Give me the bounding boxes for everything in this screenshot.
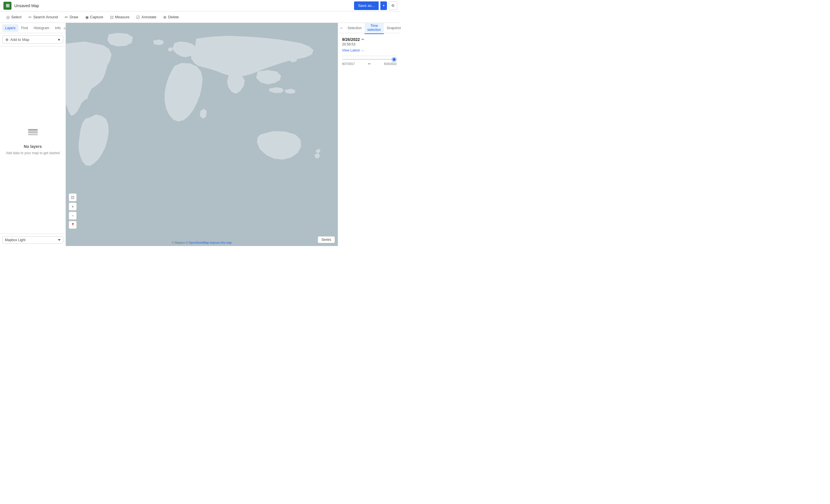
expand-right-button[interactable]: » (338, 26, 345, 30)
time-selection-time: 20:59:53 (342, 42, 397, 46)
fit-icon: ⊡ (71, 195, 74, 200)
select-label: Select (11, 15, 22, 19)
main-area: Layers Find Histogram Info « ⊕ Add to Ma… (0, 23, 401, 246)
measure-label: Measure (115, 15, 130, 19)
layers-stack-icon (26, 125, 40, 142)
time-selection-divider (342, 56, 397, 56)
panel-tabs: Layers Find Histogram Info « (0, 23, 66, 33)
search-around-icon: ✂ (28, 15, 32, 20)
zoom-out-button[interactable]: − (69, 212, 77, 220)
collapse-panel-button[interactable]: « (64, 26, 66, 30)
add-to-map-button-left: ⊕ Add to Map (5, 37, 30, 42)
annotate-icon: ☑ (136, 15, 140, 20)
toolbar: ◎ Select ✂ Search Around ✏ Draw ◉ Captur… (0, 11, 401, 23)
time-range-start: 9/27/2017 (342, 62, 355, 66)
time-slider-track[interactable] (343, 59, 396, 60)
delete-button[interactable]: ⊗ Delete (160, 13, 182, 21)
time-slider-row[interactable] (342, 59, 397, 60)
basemap-selector: Mapbox Light Mapbox Dark Mapbox Streets … (0, 234, 66, 246)
map-controls: ⊡ + − 📍 (69, 193, 77, 229)
time-slider-thumb[interactable] (392, 58, 396, 62)
header-left: ⊞ Unsaved Map (3, 2, 39, 10)
map-attribution: © Mapbox © OpenStreetMap Improve this ma… (172, 241, 232, 244)
add-to-map-label: Add to Map (10, 37, 30, 42)
basemap-select[interactable]: Mapbox Light Mapbox Dark Mapbox Streets … (2, 236, 63, 244)
measure-button[interactable]: ⊡ Measure (107, 13, 133, 21)
tab-layers[interactable]: Layers (2, 24, 18, 32)
add-to-map-plus-icon: ⊕ (5, 37, 8, 42)
tab-histogram[interactable]: Histogram (31, 24, 52, 32)
settings-button[interactable]: ⚙ (389, 1, 397, 10)
pin-button[interactable]: 📍 (69, 221, 77, 229)
tab-time-selection[interactable]: Time selection (364, 22, 384, 34)
right-panel: » Selection Time selection Snapshots 9/2… (338, 23, 401, 246)
capture-button[interactable]: ◉ Capture (82, 13, 107, 21)
measure-icon: ⊡ (110, 15, 114, 20)
osm-credit-link[interactable]: © OpenStreetMap (186, 241, 209, 244)
series-button[interactable]: Series (318, 236, 335, 243)
delete-label: Delete (168, 15, 179, 19)
app-header: ⊞ Unsaved Map Save as... ▾ ⚙ (0, 0, 401, 11)
draw-icon: ✏ (65, 15, 68, 20)
delete-icon: ⊗ (163, 15, 166, 20)
save-button[interactable]: Save as... (354, 1, 379, 10)
search-around-button[interactable]: ✂ Search Around (25, 13, 61, 21)
zoom-in-button[interactable]: + (69, 203, 77, 210)
logo-symbol: ⊞ (6, 3, 9, 8)
map-title: Unsaved Map (14, 3, 39, 8)
select-icon: ◎ (6, 15, 10, 20)
svg-rect-0 (28, 134, 38, 135)
time-range-end: 9/26/2022 (384, 62, 397, 66)
annotate-label: Annotate (141, 15, 156, 19)
header-right: Save as... ▾ ⚙ (354, 1, 397, 10)
date-edit-icon[interactable]: ✏ (361, 37, 364, 41)
tab-selection[interactable]: Selection (345, 24, 364, 32)
app-logo: ⊞ (3, 2, 11, 10)
no-layers-title: No layers (24, 144, 42, 149)
zoom-out-icon: − (71, 213, 74, 218)
world-map (66, 23, 338, 246)
annotate-button[interactable]: ☑ Annotate (133, 13, 160, 21)
mapbox-credit: © Mapbox (172, 241, 186, 244)
draw-button[interactable]: ✏ Draw (61, 13, 82, 21)
fit-map-button[interactable]: ⊡ (69, 193, 77, 201)
pin-icon: 📍 (71, 223, 75, 227)
tab-info[interactable]: Info (52, 24, 64, 32)
tab-find[interactable]: Find (18, 24, 31, 32)
svg-rect-1 (28, 131, 38, 133)
time-selection-date-row: 9/26/2022 ✏ (342, 37, 397, 42)
right-panel-tabs: » Selection Time selection Snapshots (338, 23, 401, 33)
select-button[interactable]: ◎ Select (3, 13, 25, 21)
add-to-map-button[interactable]: ⊕ Add to Map ▾ (2, 35, 63, 44)
tab-snapshots[interactable]: Snapshots (384, 24, 401, 32)
no-layers-area: No layers Add data to your map to get st… (0, 46, 66, 234)
add-to-map-dropdown-icon: ▾ (58, 37, 60, 42)
no-layers-subtitle: Add data to your map to get started (6, 151, 60, 155)
time-selection-date: 9/26/2022 (342, 37, 360, 42)
time-range-edit-icon[interactable]: ✏ (368, 62, 371, 66)
capture-label: Capture (90, 15, 103, 19)
search-around-label: Search Around (33, 15, 58, 19)
capture-icon: ◉ (85, 15, 89, 20)
time-selection-content: 9/26/2022 ✏ 20:59:53 View Latest → 9/27/… (338, 33, 401, 69)
zoom-in-icon: + (71, 204, 74, 209)
improve-link[interactable]: Improve this map (210, 241, 232, 244)
view-latest-link[interactable]: View Latest → (342, 48, 364, 52)
draw-label: Draw (69, 15, 78, 19)
map-area[interactable]: ⊡ + − 📍 © Mapbox © OpenStreetMap Improve… (66, 23, 338, 246)
svg-rect-2 (28, 129, 38, 131)
save-dropdown-button[interactable]: ▾ (380, 1, 387, 10)
time-slider-labels: 9/27/2017 ✏ 9/26/2022 (342, 62, 397, 66)
add-to-map-row: ⊕ Add to Map ▾ (0, 33, 66, 46)
left-panel: Layers Find Histogram Info « ⊕ Add to Ma… (0, 23, 66, 246)
